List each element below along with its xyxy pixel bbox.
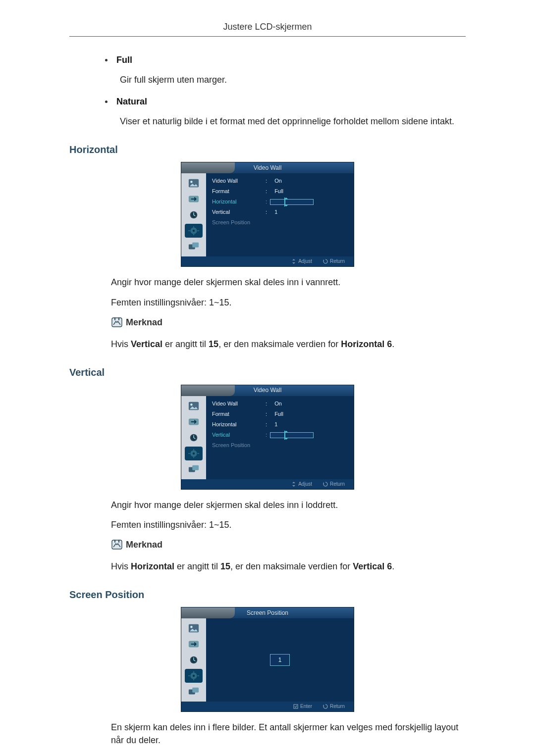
- gear-icon: [185, 224, 203, 238]
- note-label: Merknad: [126, 316, 162, 329]
- osd-horizontal: Video Wall Video Wall: On Format: Full H…: [181, 162, 354, 267]
- note-icon: [111, 317, 123, 328]
- section-title-screenposition: Screen Position: [69, 588, 466, 602]
- osd-footer-return: Return: [323, 703, 345, 710]
- osd-footer-adjust: Adjust: [291, 258, 312, 265]
- osd-sidebar: [181, 173, 206, 256]
- bullet-icon: [105, 101, 107, 103]
- horizontal-levels: Femten instillingsnivåer: 1~15.: [111, 296, 466, 309]
- option-natural: Natural: [105, 95, 466, 108]
- option-full-desc: Gir full skjerm uten marger.: [120, 73, 466, 86]
- horizontal-desc: Angir hvor mange deler skjermen skal del…: [111, 276, 466, 289]
- osd-footer-return: Return: [323, 258, 345, 265]
- slider-icon: [270, 199, 314, 205]
- option-natural-desc: Viser et naturlig bilde i et format med …: [120, 115, 466, 128]
- input-icon: [185, 415, 203, 429]
- osd-footer-return: Return: [323, 481, 345, 488]
- clock-icon: [185, 431, 203, 445]
- slider-icon: [270, 432, 314, 438]
- osd-title: Screen Position: [247, 609, 288, 617]
- vertical-desc: Angir hvor mange deler skjermen skal del…: [111, 499, 466, 511]
- picture-icon: [185, 176, 203, 190]
- multiscreen-icon: [185, 462, 203, 476]
- osd-title: Video Wall: [254, 164, 282, 172]
- note-label: Merknad: [126, 538, 162, 551]
- gear-icon: [185, 447, 203, 460]
- input-icon: [185, 192, 203, 206]
- osd-screen-position: Screen Position 1 Enter Return: [181, 607, 354, 712]
- screen-position-cell: 1: [270, 654, 290, 666]
- osd-vertical: Video Wall Video Wall: On Format: Full H…: [181, 385, 354, 490]
- screenposition-desc: En skjerm kan deles inn i flere bilder. …: [111, 721, 466, 747]
- osd-title: Video Wall: [254, 386, 282, 395]
- note-icon: [111, 539, 123, 550]
- vertical-note-body: Hvis Horizontal er angitt til 15, er den…: [111, 560, 466, 573]
- osd-row-vertical: Vertical:: [212, 431, 348, 439]
- multiscreen-icon: [185, 685, 203, 699]
- clock-icon: [185, 653, 203, 667]
- osd-row-horizontal: Horizontal:: [212, 198, 348, 206]
- picture-icon: [185, 399, 203, 413]
- section-title-vertical: Vertical: [69, 365, 466, 380]
- picture-icon: [185, 621, 203, 635]
- format-options-list: Full Gir full skjerm uten marger. Natura…: [69, 53, 466, 128]
- clock-icon: [185, 208, 203, 222]
- vertical-levels: Femten instillingsnivåer: 1~15.: [111, 518, 466, 531]
- osd-footer-adjust: Adjust: [291, 481, 312, 488]
- option-full-label: Full: [116, 53, 132, 66]
- option-full: Full: [105, 53, 466, 66]
- horizontal-note-body: Hvis Vertical er angitt til 15, er den m…: [111, 338, 466, 351]
- bullet-icon: [105, 59, 107, 61]
- section-title-horizontal: Horizontal: [69, 143, 466, 157]
- gear-icon: [185, 669, 203, 683]
- osd-footer-enter: Enter: [293, 703, 312, 710]
- input-icon: [185, 637, 203, 651]
- option-natural-label: Natural: [116, 95, 147, 108]
- page-running-header: Justere LCD-skjermen: [69, 20, 466, 37]
- multiscreen-icon: [185, 240, 203, 253]
